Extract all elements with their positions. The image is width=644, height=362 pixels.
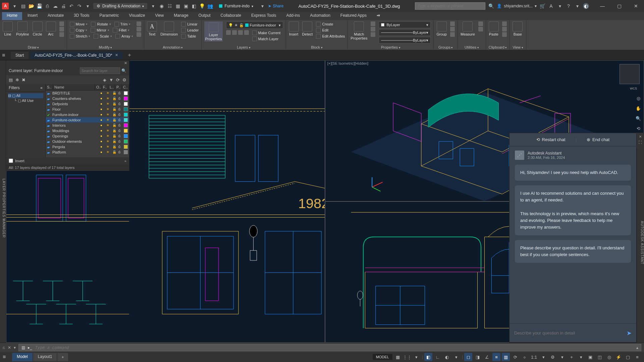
close-button[interactable]: ✕	[630, 3, 642, 9]
model-tab[interactable]: Model	[12, 353, 33, 361]
move-tool[interactable]: Move ▾	[70, 21, 88, 27]
panel-properties-title[interactable]: Properties	[351, 45, 431, 49]
end-chat-button[interactable]: ⊗End chat	[587, 137, 609, 142]
cb-2[interactable]	[502, 27, 507, 32]
panel-groups-title[interactable]: Groups	[436, 45, 455, 49]
ribbon-tab-visualize[interactable]: Visualize	[124, 12, 150, 20]
layer-quick-dropdown[interactable]: Furniture-indo	[216, 3, 257, 9]
collab-icon-2[interactable]: ☷	[167, 3, 173, 9]
layer-row-defpoints[interactable]: ▰Defpoints●☀🔓⎙	[46, 101, 129, 107]
app-menu-arrow[interactable]: ▾	[11, 3, 17, 9]
cycle-toggle[interactable]: ⟳	[511, 353, 519, 361]
layer-btn-3[interactable]	[238, 30, 243, 35]
qp-icon[interactable]: ◫	[596, 353, 604, 361]
invert-checkbox[interactable]	[9, 159, 13, 163]
nav-orbit-icon[interactable]: ⟲	[634, 124, 642, 132]
array-tool[interactable]: Array ▾	[115, 34, 133, 39]
layer-row-counters-shelves[interactable]: ▰Counters-shelves●☀🔓⎙	[46, 96, 129, 101]
qat-saveas-icon[interactable]: ⎙	[44, 3, 50, 9]
collab-icon-4[interactable]: ▣	[183, 3, 189, 9]
modify-ext-3[interactable]	[137, 32, 141, 37]
autodesk-app-icon[interactable]: A	[548, 3, 554, 9]
monitor-icon[interactable]: +	[568, 353, 576, 361]
layer-btn-2[interactable]	[232, 30, 237, 35]
prop-btn-1[interactable]	[371, 21, 375, 26]
cb-3[interactable]	[502, 32, 507, 37]
layout1-tab[interactable]: Layout1	[33, 353, 57, 361]
fillet-tool[interactable]: Fillet ▾	[113, 27, 129, 33]
qat-open-icon[interactable]: 📂	[28, 3, 34, 9]
nav-wheel-icon[interactable]: ◎	[634, 94, 642, 102]
make-current-button[interactable]: Make Current	[252, 30, 281, 36]
layer-row-pergola[interactable]: ▰Pergola●☀🔓⎙	[46, 144, 129, 149]
dimension-tool[interactable]: Dimension	[160, 21, 178, 36]
layout-menu-icon[interactable]: ≡	[3, 354, 10, 360]
ortho-toggle[interactable]: ∟	[434, 353, 442, 361]
annoscale-toggle[interactable]: ⟐	[521, 353, 529, 361]
panel-layers-title[interactable]: Layers	[204, 45, 283, 49]
grp-3[interactable]	[450, 32, 455, 37]
ribbon-tab-3d-tools[interactable]: 3D Tools	[69, 12, 94, 20]
leader-tool[interactable]: Leader	[181, 27, 199, 33]
maximize-button[interactable]: ▢	[613, 3, 625, 9]
layer-row-openings[interactable]: ▰Openings●☀🔓⎙	[46, 133, 129, 139]
insert-button[interactable]: Insert	[289, 21, 299, 36]
command-input[interactable]	[35, 345, 634, 350]
ws-gear-icon[interactable]: ⚙	[549, 353, 557, 361]
polar-arrow[interactable]: ▾	[452, 353, 461, 361]
qat-plot-icon[interactable]: 🖨	[60, 3, 66, 9]
draw-ext-2[interactable]	[59, 27, 64, 32]
mirror-tool[interactable]: Mirror ▾	[91, 27, 109, 33]
ribbon-box-icon[interactable]: ▪▾	[372, 12, 385, 20]
cmd-expand-icon[interactable]: ▴	[636, 345, 638, 350]
app-icon[interactable]: A	[2, 3, 9, 9]
ribbon-tab-insert[interactable]: Insert	[23, 12, 42, 20]
ribbon-tab-collaborate[interactable]: Collaborate	[216, 12, 246, 20]
units-icon[interactable]: ▣	[586, 353, 594, 361]
create-block[interactable]: Create	[316, 21, 345, 27]
panel-view-title[interactable]: View	[513, 45, 523, 49]
assistant-expand-icon[interactable]: ⛶	[639, 140, 642, 144]
snap-arrow[interactable]: ▾	[413, 353, 421, 361]
panel-modify-title[interactable]: Modify	[70, 45, 142, 49]
invert-collapse-icon[interactable]: «	[124, 159, 126, 163]
ut-2[interactable]	[478, 27, 483, 32]
collab-icon-5[interactable]: ◧	[191, 3, 197, 9]
add-doc-tab[interactable]: ＋	[124, 52, 135, 59]
ws-arrow[interactable]: ▾	[558, 353, 566, 361]
layer-properties-button[interactable]: Layer Properties	[204, 21, 222, 42]
stretch-tool[interactable]: Stretch ▾	[70, 34, 91, 39]
panel-clipboard-title[interactable]: Clipboard	[489, 45, 507, 49]
transparency-toggle[interactable]: ▥	[502, 353, 510, 361]
layer-row-interiors[interactable]: ▰Interiors●☀🔓⎙	[46, 123, 129, 128]
layer-dropdown[interactable]: 💡☀🔓 Furniture-indoor ▾	[226, 21, 283, 29]
arc-tool[interactable]: Arc	[46, 21, 56, 36]
monitor-arrow[interactable]: ▾	[577, 353, 585, 361]
layer-row-mouldings[interactable]: ▰Mouldings●☀🔓⎙	[46, 128, 129, 133]
measure-button[interactable]: Measure	[461, 21, 475, 36]
layer-new-icon[interactable]: ▤	[9, 77, 13, 82]
lineweight-dropdown[interactable]: ByLayer▾	[379, 29, 431, 36]
ut-1[interactable]	[478, 21, 483, 26]
detect-button[interactable]: Detect	[302, 21, 313, 36]
search-icon[interactable]: 🔍	[488, 3, 494, 9]
otrack-toggle[interactable]: ∠	[483, 353, 491, 361]
draw-ext-3[interactable]	[59, 32, 64, 37]
command-input-box[interactable]: ▥ ▸_ ▴	[18, 344, 641, 351]
layer-freeze-icon[interactable]: ❄	[15, 77, 19, 82]
collab-icon-3[interactable]: ▦	[175, 3, 181, 9]
ribbon-tab-view[interactable]: View	[150, 12, 168, 20]
layer-row-outdoor-elements[interactable]: ▰Outdoor-elements●☀🔓⎙	[46, 139, 129, 144]
workspace-dropdown[interactable]: ⚙ Drafting & Annotation	[93, 3, 147, 9]
layer-row-furniture-outdoor[interactable]: ▰Furniture-outdoor●☀🔓⎙	[46, 117, 129, 123]
lwt-toggle[interactable]: ≡	[492, 353, 500, 361]
prop-btn-3[interactable]	[371, 32, 375, 37]
help-search-input[interactable]	[415, 2, 485, 10]
hw-icon[interactable]: ⚡	[614, 353, 623, 361]
text-tool[interactable]: AText	[147, 21, 157, 36]
filters-collapse-icon[interactable]: «	[40, 85, 43, 90]
layer-panel-rail[interactable]: LAYER PROPERTIES MANAGER	[0, 60, 6, 343]
nav-pan-icon[interactable]: ✋	[634, 104, 642, 112]
qat-new-icon[interactable]: ▤	[20, 3, 26, 9]
linetype-dropdown[interactable]: ByLayer▾	[379, 37, 431, 44]
